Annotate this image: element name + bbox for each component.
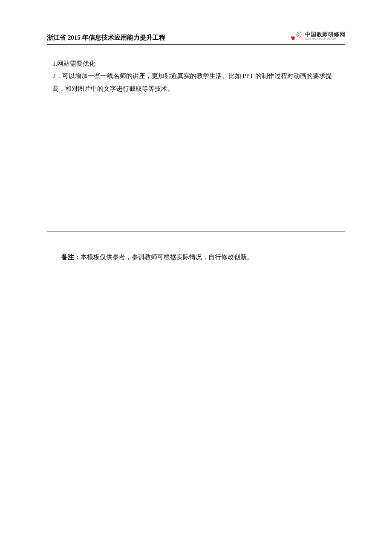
logo-text-main: 中国教师研修网 <box>305 32 346 37</box>
svg-point-4 <box>299 34 300 35</box>
logo-icon <box>289 30 303 42</box>
svg-point-3 <box>298 33 299 34</box>
svg-point-9 <box>297 36 298 37</box>
svg-point-5 <box>301 34 302 35</box>
svg-point-2 <box>300 32 300 33</box>
svg-point-6 <box>297 34 297 35</box>
logo-text-sub: www.teacherclub.com.cn <box>305 37 346 40</box>
page-header: 浙江省 2015 年信息技术应用能力提升工程 <box>47 30 345 45</box>
content-line-2: 2，可以增加一些一线名师的讲座，更加贴近真实的教学生活。比如 PPT 的制作过程… <box>52 70 340 95</box>
svg-point-10 <box>299 37 300 38</box>
svg-point-0 <box>297 32 297 33</box>
content-box: 1.网站需要优化 2，可以增加一些一线名师的讲座，更加贴近真实的教学生活。比如 … <box>47 53 345 232</box>
header-title: 浙江省 2015 年信息技术应用能力提升工程 <box>47 34 165 42</box>
logo-area: 中国教师研修网 www.teacherclub.com.cn <box>289 30 346 42</box>
note-text: 本模板仅供参考，参训教师可根据实际情况，自行修改创新。 <box>81 254 253 260</box>
svg-point-1 <box>299 32 300 32</box>
page-container: 浙江省 2015 年信息技术应用能力提升工程 <box>0 0 392 263</box>
svg-point-8 <box>300 36 301 37</box>
note-section: 备注：本模板仅供参考，参训教师可根据实际情况，自行修改创新。 <box>47 251 345 263</box>
content-line-1: 1.网站需要优化 <box>52 58 340 70</box>
svg-point-11 <box>296 35 297 36</box>
logo-text: 中国教师研修网 www.teacherclub.com.cn <box>305 32 346 40</box>
svg-point-7 <box>298 35 299 36</box>
note-label: 备注： <box>61 254 81 260</box>
